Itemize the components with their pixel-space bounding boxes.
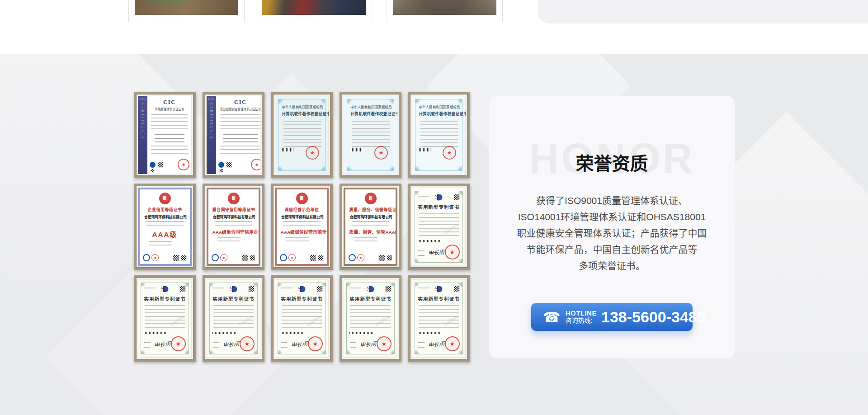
honor-description: 获得了ISO9001质量管理体系认证、 ISO14001环境管理体系认证和OHS… (500, 193, 724, 274)
certificate-header (212, 286, 255, 294)
seal-star-icon: ★ (379, 150, 384, 156)
qr-code-icon (316, 286, 323, 292)
certificate-label-line (281, 342, 288, 343)
certificate-paper: CIC CERTIFICATE CIC 职业健康安全管理体系认证证书 ★ (207, 96, 260, 174)
certificate-cic-ohs[interactable]: CIC CERTIFICATE CIC 职业健康安全管理体系认证证书 ★ (203, 92, 264, 178)
blue-logo-icon (143, 254, 150, 261)
project-photo-card-1[interactable] (128, 0, 245, 22)
certificate-utility-patent-6[interactable]: 实用新型专利证书 CNIPA 申长雨 ★ (408, 275, 470, 362)
qr-code-icon (219, 169, 223, 173)
certificate-text-lines (151, 146, 188, 156)
red-seal-icon: ★ (443, 146, 456, 160)
certificate-text-lines (283, 221, 321, 226)
barcode-icon (212, 332, 237, 334)
certificate-footer: ★ (212, 254, 255, 261)
seal-star-icon: ★ (313, 341, 318, 347)
certificate-software-copyright-1[interactable]: 中华人民共和国国家版权局 计算机软件著作权登记证书 ★ (271, 92, 333, 178)
qr-code-icon (378, 255, 385, 261)
seal-star-icon: ★ (153, 256, 156, 260)
certificate-body: 实用新型专利证书 CNIPA 申长雨 ★ (415, 283, 463, 354)
cnipa-logo-icon (160, 286, 170, 294)
barcode-icon (349, 332, 374, 334)
certificate-paper: 实用新型专利证书 CNIPA 申长雨 ★ (275, 279, 329, 358)
seal-star-icon: ★ (245, 341, 250, 347)
certificate-text-lines (217, 237, 241, 244)
certificate-body: 中华人民共和国国家版权局 计算机软件著作权登记证书 ★ (415, 99, 462, 171)
certificate-footer: ★ (349, 254, 392, 261)
certificate-title: 诚信经营示范单位 (280, 206, 323, 212)
red-medal-icon (228, 193, 240, 204)
certificate-title: 实用新型专利证书 (144, 295, 186, 302)
certificate-software-copyright-3[interactable]: 中华人民共和国国家版权局 计算机软件著作权登记证书 ★ (408, 92, 470, 178)
certificate-integrity-demo-unit[interactable]: 诚信经营示范单位 合肥珂玛环保科技有限公司 AAA级诚信经营示范单位 ★ (271, 184, 333, 270)
qr-code-icon (179, 286, 186, 292)
certificate-text-lines (220, 146, 260, 156)
seal-star-icon: ★ (222, 256, 225, 260)
certificate-utility-patent-4[interactable]: 实用新型专利证书 CNIPA 申长雨 ★ (271, 275, 333, 362)
certificate-quality-service-reputation[interactable]: 质量、服务、信誉等级证书 合肥珂玛环保科技有限公司 质量、服务、信誉AAA级企业… (340, 184, 401, 270)
red-star-seal-icon: ★ (288, 254, 296, 261)
certificate-grade: 质量、服务、信誉AAA级企业 (349, 228, 392, 235)
certificate-utility-patent-3[interactable]: 实用新型专利证书 CNIPA 申长雨 ★ (203, 275, 264, 362)
qr-code-icon (318, 255, 324, 261)
certificate-vertical-label: CERTIFICATE (141, 103, 145, 140)
certificate-contract-trustworthy[interactable]: 重合同守信用等级证书 合肥珂玛环保科技有限公司 AAA级重合同守信用企业 ★ (203, 184, 264, 270)
certificate-label-line (350, 342, 356, 343)
certificate-authority: 中华人民共和国国家版权局 (350, 104, 390, 109)
certificate-title: 实用新型专利证书 (418, 203, 460, 210)
certificate-text-lines (220, 114, 260, 132)
seal-star-icon: ★ (382, 341, 387, 347)
project-photo-card-2[interactable] (256, 0, 372, 22)
certificate-text-lines (354, 237, 377, 244)
seal-star-icon: ★ (290, 256, 293, 260)
certificate-software-copyright-2[interactable]: 中华人民共和国国家版权局 计算机软件著作权登记证书 ★ (340, 92, 401, 178)
qr-code-icon (151, 169, 155, 173)
top-strip (0, 0, 868, 54)
project-photo-3 (393, 0, 496, 15)
certificate-vertical-label: CERTIFICATE (209, 103, 213, 140)
certificate-paper: 中华人民共和国国家版权局 计算机软件著作权登记证书 ★ (275, 96, 329, 174)
certificate-text-lines (151, 114, 188, 132)
certificate-paper: 重合同守信用等级证书 合肥珂玛环保科技有限公司 AAA级重合同守信用企业 ★ (207, 188, 260, 266)
certificate-title: 实用新型专利证书 (349, 295, 392, 302)
certificate-paper: 中华人民共和国国家版权局 计算机软件著作权登记证书 ★ (412, 96, 466, 174)
seal-star-icon: ★ (450, 249, 455, 255)
certificate-cic-environment[interactable]: CIC CERTIFICATE CIC 环境管理体系认证证书 ★ (134, 92, 196, 178)
certificate-paper: 中华人民共和国国家版权局 计算机软件著作权登记证书 ★ (344, 96, 397, 174)
hotline-button[interactable]: ☎ HOTLINE 咨询热线: 138-5600-3485 (531, 303, 693, 331)
certificate-paper: 实用新型专利证书 CNIPA 申长雨 ★ (412, 188, 466, 266)
hotline-label-en: HOTLINE (566, 309, 597, 317)
cnipa-logo-icon (229, 286, 238, 294)
cic-badge-icon (218, 162, 224, 168)
certificate-grade: AAA级 (143, 229, 186, 239)
certificate-number-line (349, 288, 361, 288)
project-photo-card-3[interactable] (387, 0, 503, 22)
qr-code-icon (241, 255, 248, 261)
hotline-labels: HOTLINE 咨询热线: (566, 309, 597, 325)
certificate-footer: ★ (143, 254, 187, 261)
certificate-header (418, 194, 460, 202)
certificate-paper: 质量、服务、信誉等级证书 合肥珂玛环保科技有限公司 质量、服务、信誉AAA级企业… (344, 188, 397, 266)
certificate-footer: 申长雨 ★ (281, 336, 323, 351)
cic-logo: CIC (150, 99, 189, 106)
certificate-enterprise-credit[interactable]: 企业信用等级证书 合肥珂玛环保科技有限公司 AAA级 ★ (134, 184, 196, 270)
commissioner-signature: 申长雨 (222, 340, 239, 349)
certificate-utility-patent-1[interactable]: 实用新型专利证书 CNIPA 申长雨 ★ (408, 184, 470, 270)
commissioner-signature: 申长雨 (428, 248, 444, 257)
seal-star-icon: ★ (255, 162, 259, 167)
honor-description-line: 节能环保产品，中国自主创新名优产品等 (500, 241, 724, 258)
certificate-company: 合肥珂玛环保科技有限公司 (213, 214, 254, 219)
certificate-body: 实用新型专利证书 CNIPA 申长雨 ★ (415, 191, 463, 263)
certificate-utility-patent-2[interactable]: 实用新型专利证书 CNIPA 申长雨 ★ (134, 275, 196, 362)
certificate-header (349, 286, 392, 294)
project-photo-1 (135, 0, 238, 15)
certificate-footer: 申长雨 ★ (144, 336, 186, 351)
certificate-utility-patent-5[interactable]: 实用新型专利证书 CNIPA 申长雨 ★ (340, 275, 401, 362)
top-right-panel (538, 0, 868, 24)
blue-logo-icon (349, 254, 356, 261)
certificate-text-lines (215, 221, 252, 226)
certificate-company: 合肥珂玛环保科技有限公司 (144, 214, 185, 219)
honor-section: CIC CERTIFICATE CIC 环境管理体系认证证书 ★ (0, 54, 868, 415)
certificate-body: CIC 环境管理体系认证证书 ★ (147, 96, 192, 174)
red-seal-icon: ★ (178, 159, 189, 170)
